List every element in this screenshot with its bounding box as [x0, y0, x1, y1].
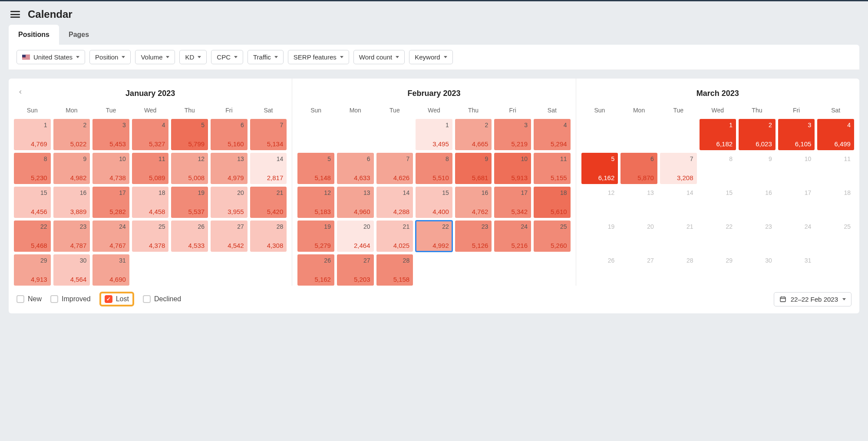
calendar-cell[interactable]: 215,420 — [250, 187, 287, 218]
calendar-cell[interactable]: 105,913 — [494, 153, 531, 184]
calendar-cell[interactable]: 264,533 — [171, 220, 208, 252]
calendar-cell[interactable]: 16,182 — [700, 119, 736, 150]
calendar-cell[interactable]: 294,913 — [14, 254, 51, 286]
calendar-cell[interactable]: 134,979 — [211, 153, 248, 184]
calendar-cell[interactable]: 285,158 — [376, 254, 413, 286]
calendar-cell[interactable]: 35,453 — [92, 119, 129, 150]
legend-declined[interactable]: Declined — [143, 295, 181, 303]
calendar-cell[interactable]: 85,510 — [416, 153, 452, 184]
day-value: 5,162 — [314, 276, 331, 283]
calendar-cell[interactable]: 175,282 — [92, 187, 129, 218]
checkbox[interactable] — [143, 295, 151, 303]
month-title: January 2023 — [14, 85, 287, 105]
legend-lost[interactable]: Lost — [99, 292, 134, 306]
calendar-cell[interactable]: 142,817 — [250, 153, 287, 184]
calendar-cell[interactable]: 65,160 — [211, 119, 248, 150]
calendar-cell[interactable]: 115,089 — [132, 153, 169, 184]
filter-volume[interactable]: Volume — [135, 50, 175, 64]
calendar-cell[interactable]: 224,992 — [416, 220, 452, 252]
calendar-cell[interactable]: 65,870 — [620, 153, 657, 184]
day-number: 13 — [237, 155, 244, 162]
calendar-cell: 26 — [581, 254, 618, 286]
filter-kd[interactable]: KD — [179, 50, 207, 64]
calendar-cell[interactable]: 202,464 — [337, 220, 374, 252]
calendar-cell[interactable]: 184,458 — [132, 187, 169, 218]
calendar-cell[interactable]: 254,378 — [132, 220, 169, 252]
day-value: 5,453 — [109, 140, 126, 148]
calendar-cell[interactable]: 154,400 — [416, 187, 452, 218]
calendar-cell[interactable]: 73,208 — [660, 153, 697, 184]
calendar-cell[interactable]: 36,105 — [778, 119, 815, 150]
calendar-cell[interactable]: 74,626 — [376, 153, 413, 184]
tab-pages[interactable]: Pages — [59, 25, 99, 45]
calendar-cell[interactable]: 244,767 — [92, 220, 129, 252]
calendar-cell[interactable]: 185,610 — [534, 187, 571, 218]
day-number: 28 — [686, 257, 693, 264]
day-value: 5,219 — [511, 140, 528, 148]
calendar-cell[interactable]: 245,216 — [494, 220, 531, 252]
calendar-cell[interactable]: 45,294 — [534, 119, 571, 150]
day-value: 4,762 — [472, 208, 488, 215]
calendar-cell[interactable]: 26,023 — [739, 119, 776, 150]
calendar-cell[interactable]: 164,762 — [455, 187, 492, 218]
filter-serp[interactable]: SERP features — [288, 50, 349, 64]
calendar-cell[interactable]: 85,230 — [14, 153, 51, 184]
dow-label: Fri — [778, 105, 815, 115]
calendar-cell[interactable]: 134,960 — [337, 187, 374, 218]
calendar-cell[interactable]: 175,342 — [494, 187, 531, 218]
legend-improved[interactable]: Improved — [50, 295, 91, 303]
calendar-cell[interactable]: 163,889 — [53, 187, 90, 218]
calendar-cell[interactable]: 13,495 — [416, 119, 452, 150]
day-number: 15 — [442, 189, 449, 196]
legend-new[interactable]: New — [17, 295, 42, 303]
calendar-cell[interactable]: 304,564 — [53, 254, 90, 286]
filter-wordcount[interactable]: Word count — [353, 50, 405, 64]
calendar-cell[interactable]: 195,537 — [171, 187, 208, 218]
calendar-cell[interactable]: 94,982 — [53, 153, 90, 184]
calendar-cell[interactable]: 95,681 — [455, 153, 492, 184]
calendar-cell[interactable]: 125,183 — [297, 187, 334, 218]
calendar-cell[interactable]: 24,665 — [455, 119, 492, 150]
date-range-picker[interactable]: 22–22 Feb 2023 — [774, 292, 851, 306]
checkbox[interactable] — [50, 295, 58, 303]
filter-traffic[interactable]: Traffic — [248, 50, 284, 64]
calendar-cell[interactable]: 64,633 — [337, 153, 374, 184]
day-number: 21 — [277, 189, 284, 196]
calendar-cell[interactable]: 195,279 — [297, 220, 334, 252]
calendar-cell[interactable]: 255,260 — [534, 220, 571, 252]
calendar-cell[interactable]: 235,126 — [455, 220, 492, 252]
calendar-cell[interactable]: 265,162 — [297, 254, 334, 286]
calendar-cell[interactable]: 104,738 — [92, 153, 129, 184]
filter-country[interactable]: United States — [17, 50, 85, 64]
calendar-cell[interactable]: 284,308 — [250, 220, 287, 252]
calendar-cell[interactable]: 35,219 — [494, 119, 531, 150]
calendar-cell[interactable]: 56,162 — [581, 153, 618, 184]
calendar-cell[interactable]: 115,155 — [534, 153, 571, 184]
filter-position[interactable]: Position — [89, 50, 131, 64]
calendar-cell[interactable]: 55,148 — [297, 153, 334, 184]
calendar-cell[interactable]: 275,203 — [337, 254, 374, 286]
checkbox[interactable] — [17, 295, 24, 303]
filter-cpc[interactable]: CPC — [211, 50, 243, 64]
filter-keyword[interactable]: Keyword — [409, 50, 452, 64]
menu-icon[interactable] — [10, 11, 20, 18]
calendar-cell[interactable]: 214,025 — [376, 220, 413, 252]
calendar-cell[interactable]: 45,327 — [132, 119, 169, 150]
dow-label: Thu — [171, 105, 208, 115]
checkbox[interactable] — [105, 295, 112, 303]
calendar-cell[interactable]: 75,134 — [250, 119, 287, 150]
calendar-cell[interactable]: 55,799 — [171, 119, 208, 150]
calendar-cell[interactable]: 203,955 — [211, 187, 248, 218]
filter-label: United States — [33, 53, 73, 61]
calendar-cell[interactable]: 234,787 — [53, 220, 90, 252]
calendar-cell[interactable]: 25,022 — [53, 119, 90, 150]
calendar-cell[interactable]: 314,690 — [92, 254, 129, 286]
calendar-cell[interactable]: 46,499 — [817, 119, 854, 150]
tab-positions[interactable]: Positions — [9, 25, 59, 45]
calendar-cell[interactable]: 274,542 — [211, 220, 248, 252]
calendar-cell[interactable]: 14,769 — [14, 119, 51, 150]
calendar-cell[interactable]: 225,468 — [14, 220, 51, 252]
calendar-cell[interactable]: 144,288 — [376, 187, 413, 218]
calendar-cell[interactable]: 125,008 — [171, 153, 208, 184]
calendar-cell[interactable]: 154,456 — [14, 187, 51, 218]
